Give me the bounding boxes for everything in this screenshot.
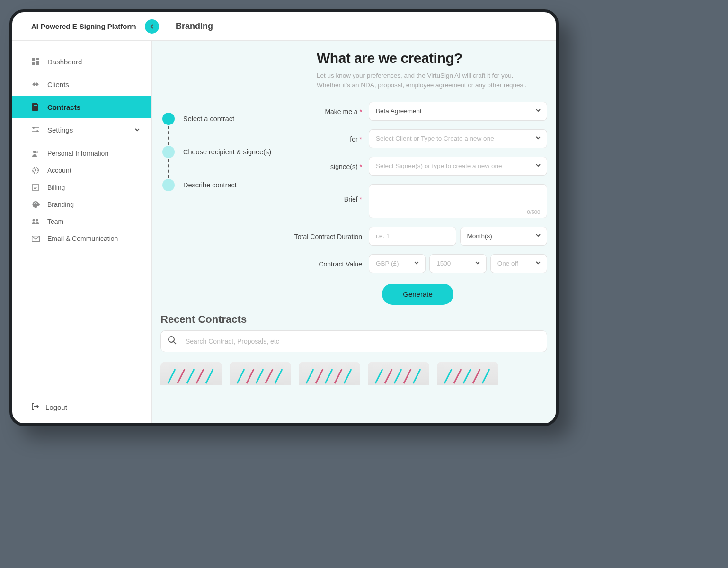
sidebar-subitem-email-communication[interactable]: Email & Communication (12, 230, 151, 247)
svg-point-18 (33, 203, 34, 204)
svg-point-10 (33, 151, 36, 153)
svg-rect-2 (32, 62, 35, 65)
chevron-down-icon (535, 232, 541, 240)
palette-icon (31, 200, 40, 209)
recent-contracts-list (160, 362, 547, 385)
chevron-down-icon (475, 260, 480, 267)
search-icon (168, 336, 177, 347)
contract-card[interactable] (368, 362, 429, 385)
recent-contracts-heading: Recent Contracts (160, 313, 547, 326)
sidebar: Dashboard Clients Contracts (12, 41, 152, 423)
sidebar-item-label: Branding (47, 201, 74, 208)
required-marker: * (360, 135, 362, 143)
contract-card[interactable] (437, 362, 498, 385)
svg-line-25 (174, 342, 176, 344)
brand-text: AI-Powered E-Signing Platform (31, 22, 136, 30)
chevron-down-icon (535, 107, 541, 115)
label-value: Contract Value (319, 260, 362, 268)
header: AI-Powered E-Signing Platform Branding (12, 12, 556, 41)
sidebar-item-settings[interactable]: Settings (12, 118, 151, 141)
sidebar-item-clients[interactable]: Clients (12, 73, 151, 96)
contract-card[interactable] (160, 362, 222, 385)
logout-icon (31, 403, 39, 412)
label-for: for (350, 135, 357, 143)
svg-rect-17 (34, 188, 36, 189)
page-title: Branding (152, 21, 213, 31)
svg-rect-5 (34, 106, 37, 107)
app-frame: AI-Powered E-Signing Platform Branding D… (9, 9, 559, 426)
select-placeholder: Select Client or Type to Create a new on… (376, 135, 494, 142)
logout-button[interactable]: Logout (31, 403, 133, 412)
form-subheading: Let us know your preferences, and the Vi… (317, 71, 538, 90)
step-indicator-icon (162, 113, 175, 125)
input-value: 1500 (436, 260, 451, 267)
sidebar-item-label: Contracts (47, 103, 80, 111)
chevron-down-icon (535, 135, 541, 142)
sliders-icon (31, 125, 40, 134)
search-contracts[interactable] (160, 330, 547, 352)
sidebar-item-dashboard[interactable]: Dashboard (12, 50, 151, 73)
select-value: One off (497, 260, 518, 267)
main-content: Select a contract Choose recipient & sig… (152, 41, 556, 423)
sidebar-item-label: Personal Information (47, 150, 108, 157)
brief-textarea[interactable]: 0/500 (369, 184, 547, 218)
brand-area: AI-Powered E-Signing Platform (12, 22, 152, 30)
svg-rect-9 (32, 131, 39, 132)
svg-rect-0 (32, 58, 35, 61)
step-select-contract[interactable]: Select a contract (162, 112, 284, 126)
sidebar-collapse-button[interactable] (145, 19, 159, 34)
chevron-down-icon (134, 126, 140, 134)
recent-contracts-section: Recent Contracts (152, 305, 556, 385)
svg-rect-15 (34, 186, 37, 186)
envelope-icon (31, 234, 40, 243)
label-signee: signee(s) (330, 163, 358, 170)
label-make: Make me a (325, 108, 357, 115)
frequency-select[interactable]: One off (490, 254, 547, 273)
sidebar-item-label: Billing (47, 184, 65, 191)
sidebar-item-label: Email & Communication (47, 235, 118, 242)
svg-rect-1 (36, 58, 39, 60)
step-describe-contract[interactable]: Describe contract (162, 178, 284, 192)
svg-rect-3 (36, 61, 39, 65)
svg-point-24 (169, 337, 174, 342)
sidebar-item-contracts[interactable]: Contracts (12, 96, 151, 118)
input-placeholder: i.e. 1 (376, 232, 390, 240)
svg-rect-7 (32, 127, 39, 128)
client-select[interactable]: Select Client or Type to Create a new on… (369, 129, 547, 148)
contract-card[interactable] (299, 362, 360, 385)
chevron-down-icon (535, 260, 541, 267)
sidebar-subitem-branding[interactable]: Branding (12, 196, 151, 213)
sidebar-subitem-billing[interactable]: Billing (12, 179, 151, 196)
duration-unit-select[interactable]: Month(s) (460, 227, 548, 246)
document-icon (31, 103, 40, 111)
logout-label: Logout (45, 403, 67, 411)
svg-point-11 (36, 151, 38, 153)
svg-point-22 (36, 219, 38, 222)
svg-point-20 (36, 203, 37, 204)
amount-input[interactable]: 1500 (429, 254, 486, 273)
contract-type-select[interactable]: Beta Agreement (369, 102, 547, 121)
required-marker: * (360, 108, 362, 115)
character-counter: 0/500 (527, 209, 540, 215)
generate-button[interactable]: Generate (382, 284, 453, 305)
duration-input[interactable]: i.e. 1 (369, 227, 456, 246)
chevron-left-icon (149, 24, 155, 29)
search-input[interactable] (186, 337, 540, 345)
sidebar-subitem-account[interactable]: Account (12, 162, 151, 179)
sidebar-subitem-personal-information[interactable]: Personal Information (12, 145, 151, 162)
handshake-icon (31, 80, 40, 89)
currency-select[interactable]: GBP (£) (369, 254, 426, 273)
signee-select[interactable]: Select Signee(s) or type to create a new… (369, 157, 547, 176)
svg-point-21 (33, 219, 35, 222)
sidebar-item-label: Clients (47, 80, 69, 89)
step-choose-recipient[interactable]: Choose recipient & signee(s) (162, 145, 284, 159)
required-marker: * (360, 195, 362, 203)
sidebar-item-label: Dashboard (47, 58, 82, 66)
contract-card[interactable] (230, 362, 291, 385)
dashboard-icon (31, 57, 40, 66)
steps-list: Select a contract Choose recipient & sig… (160, 50, 284, 305)
step-connector (168, 126, 169, 145)
step-connector (168, 159, 169, 178)
sidebar-subitem-team[interactable]: Team (12, 213, 151, 230)
select-value: GBP (£) (376, 260, 399, 267)
